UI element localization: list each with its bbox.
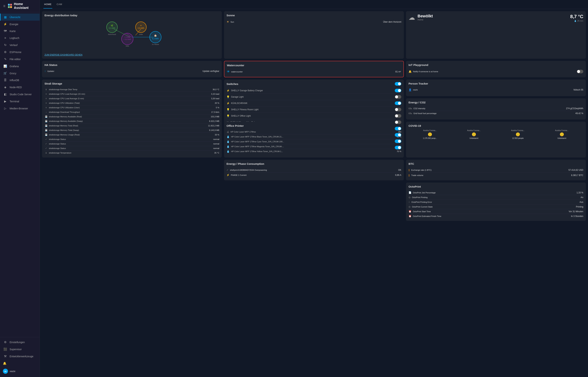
sidebar-item-influxdb[interactable]: 🗄 InfluxDB: [0, 77, 40, 84]
sidebar-item-grafana[interactable]: 📊 Grafana: [0, 63, 40, 70]
storage-value: normal: [213, 143, 219, 145]
sidebar-item-medien-browser[interactable]: ▷ Medien-Browser: [0, 105, 40, 112]
updater-name: Updater: [47, 70, 54, 72]
octo-icon: ◎: [408, 205, 410, 208]
octo-value: Printing: [576, 206, 583, 208]
storage-name: stralistorage CPU Utilization (User): [49, 106, 215, 109]
sidebar-footer-item-einstellungen[interactable]: ⚙ Einstellungen: [0, 339, 40, 346]
iot-notify-name: Notify if someone is at home: [413, 71, 438, 73]
btc-volume-value: 8.383,7 BTC: [571, 174, 583, 177]
storage-icon: 💾: [45, 115, 48, 118]
footer-icon-entwickler: ⚒: [3, 354, 7, 358]
username: michi: [10, 370, 15, 373]
sidebar-item-uebersicht[interactable]: ▦ Übersicht: [0, 13, 40, 21]
switch-toggle[interactable]: [395, 120, 401, 124]
sidebar-item-esphome[interactable]: ⚙ ESPHome: [0, 48, 40, 56]
sidebar-header: ☰ Home Assistant: [0, 0, 40, 12]
storage-icon: 💾: [45, 133, 48, 136]
switch-toggle[interactable]: [395, 89, 401, 92]
svg-point-16: [150, 31, 161, 43]
octoprint-title: OctoPrint: [408, 185, 583, 188]
covid-emoji: 🙂: [516, 132, 520, 137]
sidebar-footer-item-supervisor[interactable]: ⬛ Supervisor: [0, 346, 40, 353]
printer-value: 70 %: [397, 150, 401, 153]
sidebar-item-energie[interactable]: ⚡ Energie: [0, 21, 40, 28]
energy-co2-card: Energy / CO2 CO₂ CO2 intensity 274 gCO2e…: [406, 98, 586, 119]
sidebar-item-file-editor[interactable]: ✎ File editor: [0, 56, 40, 63]
weather-condition: Bewölkt: [418, 14, 567, 18]
switches-all-toggle[interactable]: [395, 82, 401, 86]
storage-value: 33 %: [215, 134, 219, 136]
sidebar-item-grocy[interactable]: 🛒 Grocy: [0, 70, 40, 77]
storage-value: 35 °C: [214, 152, 219, 154]
user-row[interactable]: m michi: [0, 367, 40, 376]
switch-row: 💡 Garage Light: [226, 94, 401, 100]
storage-name: stralistorage Memory Usage (Real): [49, 134, 214, 136]
storage-row: ✓ stralistorage Status normal: [45, 141, 219, 146]
printer-row: 💧 HP Color Laser MFP 179fnw Cyan Toner_S…: [226, 139, 401, 144]
storage-name: stralistorage CPU Load Average (5 min): [49, 97, 210, 100]
hamburger-menu-icon[interactable]: ☰: [2, 4, 6, 8]
sidebar-item-studio-code[interactable]: ◧ Studio Code Server: [0, 91, 40, 98]
storage-name: stralistorage CPU Load Average (15 min): [49, 93, 210, 95]
sidebar-item-node-red[interactable]: ◈ Node-RED: [0, 84, 40, 91]
weather-info: Bewölkt Home: [418, 14, 567, 21]
co2-intensity-value: 274 gCO2eq/kWh: [566, 107, 583, 110]
printer-name: HP Color Laser MFP 179fnw Yellow Toner_S…: [231, 150, 283, 153]
switch-toggle[interactable]: [395, 95, 401, 99]
weather-temperature: 8,7 °C: [570, 14, 583, 19]
octo-icon: ⏰: [408, 210, 411, 213]
printer-name: HP Color Laser MFP 179fnw Magenta Toner_…: [231, 145, 284, 148]
sidebar-item-terminal[interactable]: ▶ Terminal: [0, 98, 40, 105]
nav-icon-terminal: ▶: [3, 100, 7, 103]
sidebar-item-logbuch[interactable]: ≡ Logbuch: [0, 35, 40, 41]
footer-icon-supervisor: ⬛: [3, 347, 7, 351]
tab-home[interactable]: HOME: [44, 0, 52, 9]
switch-toggle[interactable]: [395, 101, 401, 105]
iot-card: IoT Playground 🔔 Notify if someone is at…: [406, 61, 586, 77]
sidebar-item-karte[interactable]: 🗺 Karte: [0, 28, 40, 35]
co2-intensity-name: CO2 intensity: [413, 107, 425, 110]
storage-row: 💾 stralistorage Memory Usage (Real) 33 %: [45, 132, 219, 137]
sidebar-item-verlauf[interactable]: ↻ Verlauf: [0, 41, 40, 48]
storage-name: stralistorage Memory Available (Real): [49, 116, 210, 118]
storage-name: stralistorage Temperature: [49, 152, 213, 154]
energy-dashboard-link[interactable]: ZUM ENERGIE-DASHBOARD GEHEN: [45, 54, 82, 56]
printer-name: HP Color Laser MFP 179fnw Cyan Toner_S/N…: [231, 141, 284, 143]
switch-toggle[interactable]: [395, 114, 401, 118]
switch-toggle[interactable]: [395, 108, 401, 111]
tab-cam[interactable]: CAM: [56, 0, 63, 9]
sidebar-footer-item-entwickler[interactable]: ⚒ Entwicklerwerkzeuge: [0, 353, 40, 360]
energy-distribution-card: Energy distribution today 🌿 3,1 kWh Nich…: [42, 11, 222, 59]
switch-toggle[interactable]: [395, 140, 401, 143]
iot-notify-icon: 🔔: [408, 70, 412, 73]
wc-icon: 👁: [227, 70, 230, 73]
covid-count: 12.553 people: [512, 137, 524, 139]
octoprint-row: ○ OctoPrint Printing Error Aus: [408, 200, 583, 204]
phase-value: 0,86 A: [395, 174, 401, 176]
printer-row: 💧 HP Color Laser MFP 179fnw Black Toner_…: [226, 134, 401, 139]
btc-volume-row: ₿ Trade volume 8.383,7 BTC: [408, 173, 583, 178]
content-area: Energy distribution today 🌿 3,1 kWh Nich…: [40, 9, 588, 377]
phase-value: OK: [398, 169, 401, 171]
svg-text:Nicht-fossil: Nicht-fossil: [108, 34, 116, 35]
app-title: Home Assistant: [14, 2, 37, 10]
co2-intensity-icon: CO₂: [408, 107, 412, 110]
svg-text:2,6 kWh: 2,6 kWh: [138, 27, 144, 29]
iot-notify-toggle[interactable]: [577, 70, 583, 73]
nav-icon-energie: ⚡: [3, 23, 7, 26]
storage-row: 💾 stralistorage Memory Total (Swap) 9.14…: [45, 128, 219, 132]
nav-label-grocy: Grocy: [10, 72, 16, 75]
switch-toggle[interactable]: [395, 127, 401, 130]
office-printer-card: Office Printer 🖨 HP Color Laser MFP 179f…: [224, 122, 404, 158]
switches-title: Switches: [226, 82, 238, 85]
storage-value: 8.322,2 MB: [209, 120, 219, 122]
person-title: Person Tracker: [408, 82, 583, 85]
octoprint-row: 📄 OctoPrint Job Percentage 1,33 %: [408, 190, 583, 195]
storage-icon: ✓: [45, 147, 48, 150]
switch-toggle[interactable]: [395, 133, 401, 137]
switch-toggle[interactable]: [395, 146, 401, 149]
notification-icon[interactable]: 🔔: [3, 362, 7, 365]
sun-icon: ☀: [226, 20, 229, 24]
svg-text:🏠: 🏠: [154, 34, 157, 37]
